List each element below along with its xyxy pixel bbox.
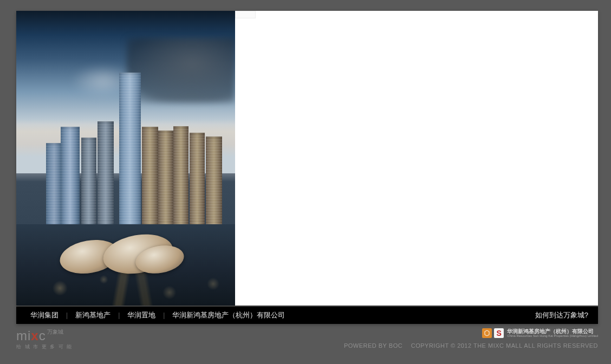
- powered-by: POWERED BY BOC: [344, 342, 402, 349]
- copyright-text: POWERED BY BOC COPYRIGHT © 2012 THE MIXC…: [344, 342, 598, 349]
- partner-company-cn: 华润新鸿基房地产（杭州）有限公司: [507, 328, 598, 334]
- main-content-area: [16, 11, 598, 306]
- shk-logo-icon: S: [494, 328, 504, 338]
- partner-company-en: China Resources Sun Hung Kai Properties …: [507, 334, 598, 338]
- nav-separator: |: [160, 311, 168, 319]
- nav-link-cr-group[interactable]: 华润集团: [26, 310, 63, 320]
- nav-link-crshk-hangzhou[interactable]: 华润新鸿基房地产（杭州）有限公司: [168, 310, 289, 320]
- partner-company-label: 华润新鸿基房地产（杭州）有限公司 China Resources Sun Hun…: [507, 328, 598, 338]
- footer-nav-left: 华润集团 | 新鸿基地产 | 华润置地 | 华润新鸿基房地产（杭州）有限公司: [26, 310, 289, 320]
- nav-separator: |: [115, 311, 123, 319]
- partner-logos: S 华润新鸿基房地产（杭州）有限公司 China Resources Sun H…: [482, 328, 598, 338]
- nav-link-directions[interactable]: 如何到达万象城?: [535, 310, 588, 320]
- nav-link-shk[interactable]: 新鸿基地产: [71, 310, 115, 320]
- copyright-line: COPYRIGHT © 2012 THE MIXC MALL ALL RIGHT…: [411, 342, 598, 349]
- cr-logo-icon: [482, 328, 492, 338]
- page-root: 华润集团 | 新鸿基地产 | 华润置地 | 华润新鸿基房地产（杭州）有限公司 如…: [0, 0, 611, 364]
- nav-separator: |: [63, 311, 71, 319]
- brand-tagline: 给 城 市 更 多 可 能: [16, 343, 73, 350]
- nav-link-cr-land[interactable]: 华润置地: [123, 310, 160, 320]
- loading-placeholder: [235, 11, 256, 18]
- footer-nav: 华润集团 | 新鸿基地产 | 华润置地 | 华润新鸿基房地产（杭州）有限公司 如…: [16, 307, 598, 324]
- brand-logo: mixc万象城 给 城 市 更 多 可 能: [16, 329, 73, 350]
- bottom-strip: mixc万象城 给 城 市 更 多 可 能 S 华润新鸿基房地产（杭州）有限公司…: [16, 327, 598, 351]
- hero-image: [16, 11, 235, 306]
- brand-logo-text: mixc万象城: [16, 329, 73, 342]
